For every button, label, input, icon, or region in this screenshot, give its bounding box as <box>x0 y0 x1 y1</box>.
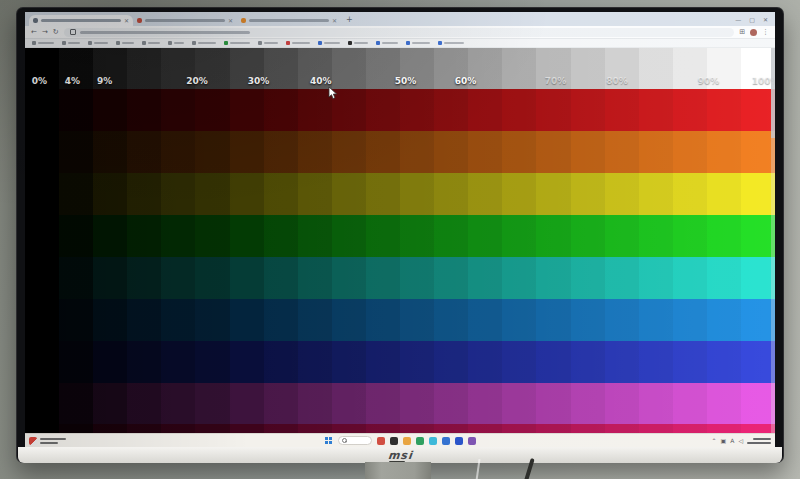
color-step-cell <box>605 341 639 383</box>
page-scrollbar[interactable] <box>771 48 775 433</box>
band-royal-blue <box>25 341 775 383</box>
taskbar-app-icon-3[interactable] <box>403 437 411 445</box>
browser-tab-3[interactable]: ✕ <box>237 15 341 26</box>
band-grayscale: 0%4%9%20%30%40%50%60%70%80%90%100% <box>25 48 775 89</box>
color-step-cell <box>161 48 195 89</box>
taskbar-app-icon-4[interactable] <box>416 437 424 445</box>
taskbar-app-icon-6[interactable] <box>442 437 450 445</box>
bookmark-item-9[interactable] <box>258 41 278 45</box>
color-step-cell <box>332 424 366 433</box>
color-step-cell <box>366 131 400 173</box>
color-step-cell <box>434 299 468 341</box>
bookmark-item-14[interactable] <box>406 41 430 45</box>
color-step-cell <box>264 215 298 257</box>
bookmarks-bar <box>25 39 775 48</box>
language-icon[interactable]: A <box>730 438 734 444</box>
color-step-cell <box>639 383 673 424</box>
minimize-icon[interactable]: — <box>735 17 741 23</box>
color-step-cell <box>536 341 570 383</box>
color-step-cell <box>59 383 93 424</box>
color-step-cell <box>502 383 536 424</box>
browser-menu-icon[interactable]: ⋮ <box>762 29 769 36</box>
bookmark-favicon <box>32 41 36 45</box>
color-step-cell <box>298 48 332 89</box>
bookmark-label-illegible <box>148 42 160 44</box>
browser-tab-1[interactable]: ✕ <box>29 15 133 26</box>
color-step-cell <box>707 257 741 299</box>
color-step-cell <box>298 299 332 341</box>
bookmark-item-15[interactable] <box>438 41 464 45</box>
bookmark-item-5[interactable] <box>142 41 160 45</box>
tray-chevron-up-icon[interactable]: ⌃ <box>712 438 717 444</box>
reload-icon[interactable]: ↻ <box>53 29 59 36</box>
taskbar-weather-widget[interactable] <box>29 437 66 445</box>
color-step-cell <box>230 173 264 215</box>
bookmark-favicon <box>286 41 290 45</box>
clock-datetime-illegible[interactable] <box>747 438 771 444</box>
color-step-cell <box>161 215 195 257</box>
bookmark-item-4[interactable] <box>116 41 134 45</box>
bookmark-item-10[interactable] <box>286 41 310 45</box>
profile-avatar[interactable] <box>750 29 757 36</box>
scrollbar-thumb[interactable] <box>771 48 775 138</box>
color-step-cell <box>161 424 195 433</box>
color-step-cell <box>230 215 264 257</box>
color-step-cell <box>434 341 468 383</box>
color-step-cell <box>605 215 639 257</box>
color-step-cell <box>468 299 502 341</box>
bookmark-item-2[interactable] <box>62 41 80 45</box>
taskbar-app-icon-7[interactable] <box>455 437 463 445</box>
color-step-cell <box>536 89 570 131</box>
browser-tab-2[interactable]: ✕ <box>133 15 237 26</box>
tab-close-icon[interactable]: ✕ <box>124 18 129 24</box>
taskbar-app-icon-1[interactable] <box>377 437 385 445</box>
color-step-cell <box>366 299 400 341</box>
extensions-icon[interactable]: ⊞ <box>739 29 745 36</box>
color-step-cell <box>502 424 536 433</box>
color-step-cell <box>25 215 59 257</box>
address-bar[interactable] <box>64 28 735 37</box>
color-step-cell <box>741 89 775 131</box>
bookmark-favicon <box>168 41 172 45</box>
taskbar-search[interactable] <box>338 436 372 445</box>
taskbar-app-icon-8[interactable] <box>468 437 476 445</box>
bookmark-label-illegible <box>354 42 368 44</box>
network-icon[interactable]: ▣ <box>721 438 727 444</box>
bookmark-item-11[interactable] <box>318 41 340 45</box>
bookmark-item-8[interactable] <box>224 41 250 45</box>
forward-icon[interactable]: → <box>42 29 48 36</box>
bookmark-item-12[interactable] <box>348 41 368 45</box>
taskbar-app-icon-2[interactable] <box>390 437 398 445</box>
band-magenta <box>25 383 775 424</box>
bookmark-favicon <box>192 41 196 45</box>
color-step-cell <box>400 48 434 89</box>
taskbar-app-icon-5[interactable] <box>429 437 437 445</box>
color-step-cell <box>605 299 639 341</box>
back-icon[interactable]: ← <box>31 29 37 36</box>
color-step-cell <box>468 383 502 424</box>
color-step-cell <box>127 424 161 433</box>
volume-icon[interactable]: ◁ <box>738 438 743 444</box>
tab-close-icon[interactable]: ✕ <box>332 18 337 24</box>
bookmark-item-1[interactable] <box>32 41 54 45</box>
bookmark-item-13[interactable] <box>376 41 398 45</box>
color-step-cell <box>741 48 775 89</box>
color-step-cell <box>25 383 59 424</box>
color-step-cell <box>605 257 639 299</box>
color-step-cell <box>571 48 605 89</box>
color-step-cell <box>741 424 775 433</box>
bookmark-item-6[interactable] <box>168 41 184 45</box>
close-icon[interactable]: ✕ <box>763 17 768 23</box>
start-button[interactable] <box>325 437 333 445</box>
tab-close-icon[interactable]: ✕ <box>228 18 233 24</box>
color-step-cell <box>639 89 673 131</box>
color-step-cell <box>434 131 468 173</box>
color-step-cell <box>230 424 264 433</box>
bookmark-item-3[interactable] <box>88 41 108 45</box>
color-step-cell <box>332 257 366 299</box>
color-step-cell <box>400 341 434 383</box>
bookmark-item-7[interactable] <box>192 41 216 45</box>
new-tab-button[interactable]: + <box>346 16 353 24</box>
maximize-icon[interactable]: ▢ <box>749 17 755 23</box>
color-step-cell <box>434 424 468 433</box>
